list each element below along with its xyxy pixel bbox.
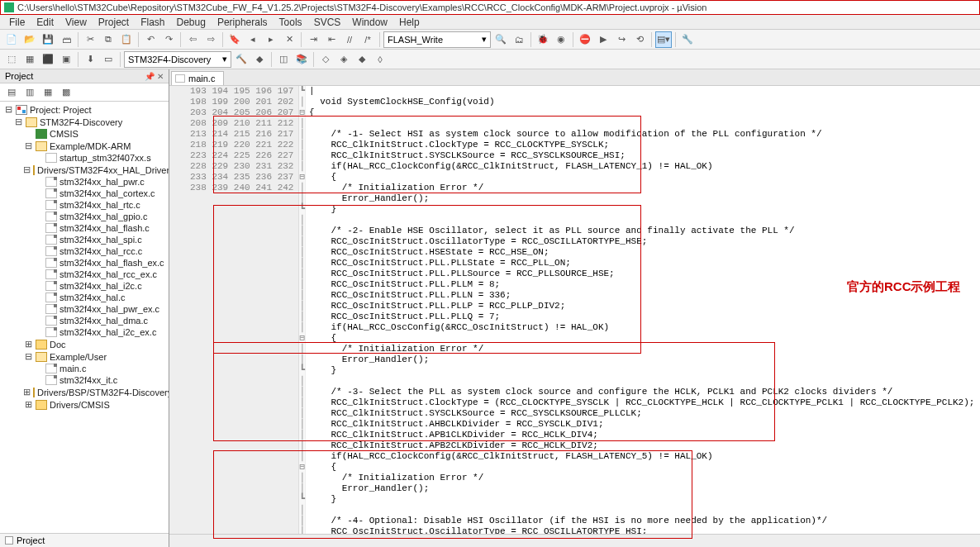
- title-bar: C:\Users\hello\STM32Cube\Repository\STM3…: [0, 0, 980, 15]
- t4-icon[interactable]: ◊: [372, 51, 388, 68]
- tree-file[interactable]: stm32f4xx_hal_rcc_ex.c: [0, 269, 169, 280]
- tree-file[interactable]: stm32f4xx_hal_pwr_ex.c: [0, 303, 169, 315]
- tree-file[interactable]: stm32f4xx_hal_cortex.c: [0, 188, 169, 199]
- menu-edit[interactable]: Edit: [31, 17, 59, 28]
- undo-icon[interactable]: ↶: [142, 31, 159, 48]
- t1-icon[interactable]: ◇: [317, 51, 334, 68]
- tree-group[interactable]: ⊟Drivers/STM32F4xx_HAL_Driver: [0, 164, 169, 176]
- bookmark-next-icon[interactable]: ▸: [263, 31, 279, 48]
- tree-file[interactable]: main.c: [0, 363, 169, 374]
- redo-icon[interactable]: ↷: [160, 31, 177, 48]
- tree-group[interactable]: ⊟Example/User: [0, 350, 169, 363]
- tree-file[interactable]: stm32f4xx_hal_i2c.c: [0, 280, 169, 292]
- download-icon[interactable]: ⬇: [82, 51, 98, 68]
- bookmark-prev-icon[interactable]: ◂: [245, 31, 261, 48]
- window-list-icon[interactable]: ▤▾: [655, 31, 672, 48]
- nav-back-icon[interactable]: ⇦: [184, 31, 201, 48]
- code-text[interactable]: | void SystemClockHSE_Config(void) { /* …: [306, 86, 980, 534]
- save-icon[interactable]: 💾: [40, 31, 56, 48]
- t3-icon[interactable]: ◆: [354, 51, 370, 68]
- bookmark-icon[interactable]: 🔖: [226, 31, 243, 48]
- debug-icon[interactable]: 🐞: [535, 31, 551, 48]
- tree-file[interactable]: stm32f4xx_hal_flash.c: [0, 222, 169, 234]
- t2-icon[interactable]: ◈: [335, 51, 352, 68]
- tree-file[interactable]: stm32f4xx_hal_gpio.c: [0, 211, 169, 222]
- pt-3-icon[interactable]: ▦: [40, 84, 56, 101]
- run-icon[interactable]: ▶: [595, 31, 611, 48]
- tree-file[interactable]: stm32f4xx_hal_pwr.c: [0, 176, 169, 188]
- reset-icon[interactable]: ⟲: [631, 31, 648, 48]
- target-combo[interactable]: STM32F4-Discovery▾: [124, 51, 231, 68]
- menu-debug[interactable]: Debug: [171, 17, 212, 28]
- menu-tools[interactable]: Tools: [274, 17, 308, 28]
- menu-window[interactable]: Window: [346, 17, 393, 28]
- editor-tab-main[interactable]: main.c: [171, 71, 224, 85]
- tree-file[interactable]: stm32f4xx_hal_rcc.c: [0, 245, 169, 257]
- bookmark-clear-icon[interactable]: ✕: [281, 31, 297, 48]
- menu-peripherals[interactable]: Peripherals: [212, 17, 274, 28]
- pt-1-icon[interactable]: ▤: [3, 84, 20, 101]
- find-icon[interactable]: 🔍: [492, 31, 509, 48]
- menu-view[interactable]: View: [59, 17, 93, 28]
- menu-project[interactable]: Project: [93, 17, 135, 28]
- project-pane: Project 📌 ✕ ▤ ▥ ▦ ▩ ⊟Project: Project⊟ST…: [0, 69, 169, 547]
- file-icon: [175, 74, 185, 83]
- tree-file[interactable]: startup_stm32f407xx.s: [0, 152, 169, 164]
- toolbar-2: ⬚ ▦ ⬛ ▣ ⬇ ▭ STM32F4-Discovery▾ 🔨 ◆ ◫ 📚 ◇…: [0, 50, 980, 69]
- build-target-icon[interactable]: ⬚: [3, 51, 20, 68]
- nav-fwd-icon[interactable]: ⇨: [202, 31, 219, 48]
- horizontal-scrollbar[interactable]: [169, 534, 980, 547]
- erase-icon[interactable]: ▭: [100, 51, 117, 68]
- tree-group[interactable]: ⊞Doc: [0, 338, 169, 350]
- menu-help[interactable]: Help: [393, 17, 426, 28]
- auto-hide-icon[interactable]: 📌 ✕: [145, 72, 164, 81]
- editor-tabs: main.c: [169, 69, 980, 86]
- rebuild-icon[interactable]: ⬛: [40, 51, 56, 68]
- find-in-files-icon[interactable]: 🗂: [511, 31, 527, 48]
- fold-column[interactable]: ┗│⊟│││││⊟││┗│││││││││││⊟││┗││││││││⊟││┗│…: [299, 86, 306, 534]
- step-icon[interactable]: ↪: [613, 31, 630, 48]
- breakpoint-icon[interactable]: ◉: [553, 31, 569, 48]
- comment-icon[interactable]: //: [341, 31, 358, 48]
- pack-installer-icon[interactable]: ◫: [275, 51, 292, 68]
- save-all-icon[interactable]: 🗃: [58, 31, 74, 48]
- menu-flash[interactable]: Flash: [135, 17, 170, 28]
- paste-icon[interactable]: 📋: [118, 31, 135, 48]
- stop-icon[interactable]: ⛔: [577, 31, 593, 48]
- books-icon[interactable]: 📚: [293, 51, 310, 68]
- new-file-icon[interactable]: 📄: [3, 31, 20, 48]
- config-icon[interactable]: 🔧: [679, 31, 696, 48]
- indent-icon[interactable]: ⇥: [305, 31, 321, 48]
- tree-file[interactable]: stm32f4xx_hal_rtc.c: [0, 199, 169, 211]
- cut-icon[interactable]: ✂: [82, 31, 98, 48]
- tree-project-root[interactable]: ⊟Project: Project: [0, 103, 169, 116]
- outdent-icon[interactable]: ⇤: [323, 31, 340, 48]
- tree-group[interactable]: ⊞Drivers/BSP/STM32F4-Discovery: [0, 386, 169, 398]
- batch-build-icon[interactable]: ▣: [58, 51, 74, 68]
- pt-4-icon[interactable]: ▩: [58, 84, 74, 101]
- code-editor[interactable]: 193 194 195 196 197 198 199 200 201 202 …: [169, 86, 980, 534]
- tree-group[interactable]: ⊞Drivers/CMSIS: [0, 398, 169, 411]
- menu-file[interactable]: File: [3, 17, 31, 28]
- menu-svcs[interactable]: SVCS: [308, 17, 347, 28]
- target-options-icon[interactable]: 🔨: [233, 51, 250, 68]
- tree-file[interactable]: stm32f4xx_hal_flash_ex.c: [0, 257, 169, 269]
- tree-group[interactable]: ⊟Example/MDK-ARM: [0, 140, 169, 152]
- copy-icon[interactable]: ⧉: [100, 31, 117, 48]
- tree-file[interactable]: stm32f4xx_hal_spi.c: [0, 234, 169, 245]
- project-tree[interactable]: ⊟Project: Project⊟STM32F4-Discovery CMSI…: [0, 102, 169, 533]
- annotation-text: 官方的RCC示例工程: [847, 279, 961, 295]
- open-file-icon[interactable]: 📂: [21, 31, 38, 48]
- tree-group[interactable]: CMSIS: [0, 128, 169, 140]
- uncomment-icon[interactable]: /*: [359, 31, 376, 48]
- manage-rte-icon[interactable]: ◆: [251, 51, 268, 68]
- tree-file[interactable]: stm32f4xx_it.c: [0, 374, 169, 386]
- build-icon[interactable]: ▦: [21, 51, 38, 68]
- tree-file[interactable]: stm32f4xx_hal_i2c_ex.c: [0, 326, 169, 338]
- flash-combo[interactable]: FLASH_Write▾: [383, 31, 491, 48]
- tree-target[interactable]: ⊟STM32F4-Discovery: [0, 116, 169, 128]
- pt-2-icon[interactable]: ▥: [21, 84, 38, 101]
- project-pane-tab[interactable]: Project: [0, 533, 169, 547]
- tree-file[interactable]: stm32f4xx_hal.c: [0, 292, 169, 303]
- tree-file[interactable]: stm32f4xx_hal_dma.c: [0, 315, 169, 326]
